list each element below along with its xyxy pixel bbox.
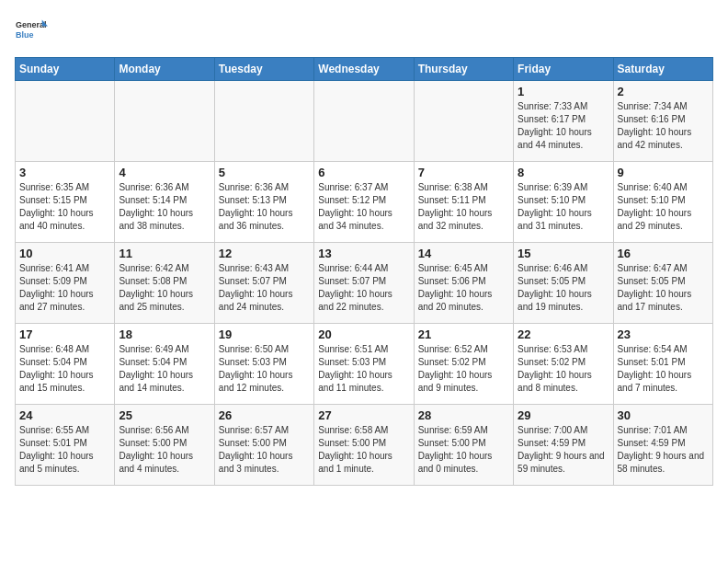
weekday-header: Friday — [514, 58, 613, 81]
day-info: Sunrise: 7:01 AMSunset: 4:59 PMDaylight:… — [618, 424, 709, 476]
day-info: Sunrise: 6:35 AMSunset: 5:15 PMDaylight:… — [19, 181, 110, 233]
weekday-header-row: SundayMondayTuesdayWednesdayThursdayFrid… — [16, 58, 713, 81]
day-number: 21 — [418, 327, 509, 341]
day-info: Sunrise: 6:51 AMSunset: 5:03 PMDaylight:… — [318, 343, 409, 395]
calendar-day-cell: 15Sunrise: 6:46 AMSunset: 5:05 PMDayligh… — [514, 243, 613, 324]
calendar-day-cell: 26Sunrise: 6:57 AMSunset: 5:00 PMDayligh… — [214, 405, 313, 486]
day-number: 11 — [119, 247, 210, 260]
weekday-header: Tuesday — [214, 58, 313, 81]
logo-icon: General Blue — [15, 15, 48, 48]
calendar-week-row: 24Sunrise: 6:55 AMSunset: 5:01 PMDayligh… — [16, 405, 713, 486]
calendar-week-row: 3Sunrise: 6:35 AMSunset: 5:15 PMDaylight… — [16, 162, 713, 243]
day-number: 20 — [318, 327, 409, 341]
day-info: Sunrise: 6:45 AMSunset: 5:06 PMDaylight:… — [418, 262, 509, 314]
calendar-day-cell — [115, 81, 214, 162]
calendar-day-cell: 25Sunrise: 6:56 AMSunset: 5:00 PMDayligh… — [115, 405, 214, 486]
day-number: 25 — [119, 408, 210, 422]
day-number: 26 — [219, 408, 310, 422]
day-number: 13 — [318, 247, 409, 260]
svg-text:Blue: Blue — [16, 30, 34, 40]
day-info: Sunrise: 7:00 AMSunset: 4:59 PMDaylight:… — [518, 424, 609, 476]
svg-text:General: General — [16, 20, 47, 29]
calendar-day-cell — [16, 81, 115, 162]
calendar-day-cell: 21Sunrise: 6:52 AMSunset: 5:02 PMDayligh… — [414, 324, 513, 405]
calendar-day-cell: 23Sunrise: 6:54 AMSunset: 5:01 PMDayligh… — [613, 324, 712, 405]
day-info: Sunrise: 6:52 AMSunset: 5:02 PMDaylight:… — [418, 343, 509, 395]
day-number: 30 — [618, 408, 709, 422]
calendar-day-cell: 14Sunrise: 6:45 AMSunset: 5:06 PMDayligh… — [414, 243, 513, 324]
day-number: 4 — [119, 166, 210, 179]
day-info: Sunrise: 6:59 AMSunset: 5:00 PMDaylight:… — [418, 424, 509, 476]
day-info: Sunrise: 7:33 AMSunset: 6:17 PMDaylight:… — [518, 100, 609, 152]
weekday-header: Monday — [115, 58, 214, 81]
day-number: 10 — [19, 247, 110, 260]
calendar-day-cell: 6Sunrise: 6:37 AMSunset: 5:12 PMDaylight… — [314, 162, 414, 243]
day-number: 1 — [518, 85, 609, 98]
day-number: 9 — [618, 166, 709, 179]
calendar-day-cell: 24Sunrise: 6:55 AMSunset: 5:01 PMDayligh… — [16, 405, 115, 486]
day-info: Sunrise: 6:47 AMSunset: 5:05 PMDaylight:… — [618, 262, 709, 314]
day-info: Sunrise: 6:57 AMSunset: 5:00 PMDaylight:… — [219, 424, 310, 476]
day-number: 28 — [418, 408, 509, 422]
day-info: Sunrise: 6:43 AMSunset: 5:07 PMDaylight:… — [219, 262, 310, 314]
calendar-day-cell: 10Sunrise: 6:41 AMSunset: 5:09 PMDayligh… — [16, 243, 115, 324]
day-info: Sunrise: 6:42 AMSunset: 5:08 PMDaylight:… — [119, 262, 210, 314]
logo: General Blue — [15, 15, 48, 48]
weekday-header: Saturday — [613, 58, 712, 81]
day-number: 22 — [518, 327, 609, 341]
calendar-day-cell: 1Sunrise: 7:33 AMSunset: 6:17 PMDaylight… — [514, 81, 613, 162]
calendar-day-cell — [414, 81, 513, 162]
calendar-day-cell: 18Sunrise: 6:49 AMSunset: 5:04 PMDayligh… — [115, 324, 214, 405]
calendar-week-row: 17Sunrise: 6:48 AMSunset: 5:04 PMDayligh… — [16, 324, 713, 405]
calendar-day-cell: 12Sunrise: 6:43 AMSunset: 5:07 PMDayligh… — [214, 243, 313, 324]
day-info: Sunrise: 6:55 AMSunset: 5:01 PMDaylight:… — [19, 424, 110, 476]
weekday-header: Sunday — [16, 58, 115, 81]
calendar-week-row: 1Sunrise: 7:33 AMSunset: 6:17 PMDaylight… — [16, 81, 713, 162]
calendar-day-cell: 30Sunrise: 7:01 AMSunset: 4:59 PMDayligh… — [613, 405, 712, 486]
day-info: Sunrise: 6:36 AMSunset: 5:14 PMDaylight:… — [119, 181, 210, 233]
day-number: 18 — [119, 327, 210, 341]
day-info: Sunrise: 6:41 AMSunset: 5:09 PMDaylight:… — [19, 262, 110, 314]
day-number: 5 — [219, 166, 310, 179]
day-number: 7 — [418, 166, 509, 179]
calendar-day-cell: 27Sunrise: 6:58 AMSunset: 5:00 PMDayligh… — [314, 405, 414, 486]
calendar-day-cell: 2Sunrise: 7:34 AMSunset: 6:16 PMDaylight… — [613, 81, 712, 162]
calendar-day-cell: 3Sunrise: 6:35 AMSunset: 5:15 PMDaylight… — [16, 162, 115, 243]
day-number: 23 — [618, 327, 709, 341]
calendar-day-cell: 13Sunrise: 6:44 AMSunset: 5:07 PMDayligh… — [314, 243, 414, 324]
calendar-day-cell: 8Sunrise: 6:39 AMSunset: 5:10 PMDaylight… — [514, 162, 613, 243]
day-info: Sunrise: 6:39 AMSunset: 5:10 PMDaylight:… — [518, 181, 609, 233]
day-info: Sunrise: 6:54 AMSunset: 5:01 PMDaylight:… — [618, 343, 709, 395]
calendar-day-cell: 29Sunrise: 7:00 AMSunset: 4:59 PMDayligh… — [514, 405, 613, 486]
calendar-day-cell: 22Sunrise: 6:53 AMSunset: 5:02 PMDayligh… — [514, 324, 613, 405]
day-info: Sunrise: 6:50 AMSunset: 5:03 PMDaylight:… — [219, 343, 310, 395]
day-info: Sunrise: 6:53 AMSunset: 5:02 PMDaylight:… — [518, 343, 609, 395]
weekday-header: Wednesday — [314, 58, 414, 81]
day-info: Sunrise: 6:38 AMSunset: 5:11 PMDaylight:… — [418, 181, 509, 233]
calendar-day-cell: 20Sunrise: 6:51 AMSunset: 5:03 PMDayligh… — [314, 324, 414, 405]
calendar-day-cell: 19Sunrise: 6:50 AMSunset: 5:03 PMDayligh… — [214, 324, 313, 405]
calendar-day-cell: 5Sunrise: 6:36 AMSunset: 5:13 PMDaylight… — [214, 162, 313, 243]
day-info: Sunrise: 6:46 AMSunset: 5:05 PMDaylight:… — [518, 262, 609, 314]
calendar-day-cell — [214, 81, 313, 162]
page-header: General Blue — [15, 15, 713, 48]
day-number: 6 — [318, 166, 409, 179]
day-info: Sunrise: 6:40 AMSunset: 5:10 PMDaylight:… — [618, 181, 709, 233]
calendar-day-cell: 28Sunrise: 6:59 AMSunset: 5:00 PMDayligh… — [414, 405, 513, 486]
day-info: Sunrise: 6:56 AMSunset: 5:00 PMDaylight:… — [119, 424, 210, 476]
calendar-day-cell: 17Sunrise: 6:48 AMSunset: 5:04 PMDayligh… — [16, 324, 115, 405]
day-number: 24 — [19, 408, 110, 422]
day-info: Sunrise: 6:58 AMSunset: 5:00 PMDaylight:… — [318, 424, 409, 476]
day-number: 3 — [19, 166, 110, 179]
weekday-header: Thursday — [414, 58, 513, 81]
calendar-day-cell: 4Sunrise: 6:36 AMSunset: 5:14 PMDaylight… — [115, 162, 214, 243]
day-info: Sunrise: 6:49 AMSunset: 5:04 PMDaylight:… — [119, 343, 210, 395]
day-number: 2 — [618, 85, 709, 98]
calendar-day-cell: 11Sunrise: 6:42 AMSunset: 5:08 PMDayligh… — [115, 243, 214, 324]
day-number: 29 — [518, 408, 609, 422]
day-info: Sunrise: 6:48 AMSunset: 5:04 PMDaylight:… — [19, 343, 110, 395]
calendar-table: SundayMondayTuesdayWednesdayThursdayFrid… — [15, 57, 713, 486]
calendar-day-cell: 7Sunrise: 6:38 AMSunset: 5:11 PMDaylight… — [414, 162, 513, 243]
day-number: 19 — [219, 327, 310, 341]
calendar-day-cell: 9Sunrise: 6:40 AMSunset: 5:10 PMDaylight… — [613, 162, 712, 243]
